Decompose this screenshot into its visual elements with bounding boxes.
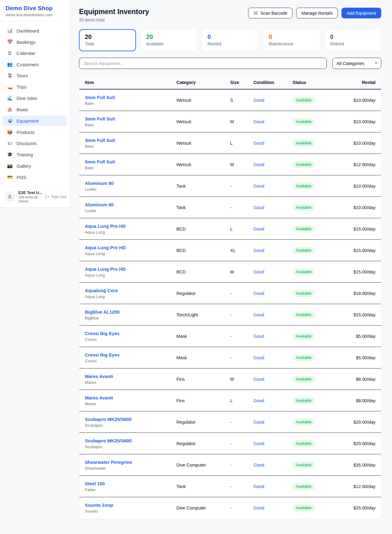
item-condition-link[interactable]: Good <box>253 355 292 360</box>
sidebar-item-products[interactable]: 📦 Products <box>3 127 67 137</box>
stat-card-available[interactable]: 20 Available <box>140 29 197 51</box>
item-name-link[interactable]: Steel 100 <box>85 481 176 486</box>
item-name-link[interactable]: 3mm Full Suit <box>85 138 176 143</box>
item-condition-link[interactable]: Good <box>253 184 292 189</box>
item-size: S <box>230 98 253 103</box>
sidebar-item-training[interactable]: 🎓 Training <box>3 149 67 160</box>
item-name-link[interactable]: Aqua Lung Pro HD <box>85 245 176 250</box>
item-name-link[interactable]: Scubapro MK25/S600 <box>85 438 176 443</box>
item-condition-link[interactable]: Good <box>253 463 292 467</box>
item-rental-price: $12.00/day <box>339 162 375 167</box>
person-icon <box>7 194 13 200</box>
item-condition-link[interactable]: Good <box>253 312 292 317</box>
item-category: Mask <box>176 355 230 360</box>
item-name-link[interactable]: Scubapro MK25/S600 <box>85 417 176 422</box>
item-condition-link[interactable]: Good <box>253 119 292 124</box>
item-name-link[interactable]: 5mm Full Suit <box>85 159 176 164</box>
sidebar-item-label: Tours <box>17 73 28 78</box>
item-rental-price: $15.00/day <box>339 312 375 317</box>
item-condition-link[interactable]: Good <box>253 141 292 146</box>
item-condition-link[interactable]: Good <box>253 398 292 403</box>
item-size: - <box>230 484 253 489</box>
item-condition-link[interactable]: Good <box>253 98 292 103</box>
item-name-link[interactable]: Aluminum 80 <box>85 202 176 207</box>
sidebar-item-gallery[interactable]: 📸 Gallery <box>3 161 67 171</box>
status-badge: Available <box>293 183 315 189</box>
item-condition-link[interactable]: Good <box>253 505 292 510</box>
item-condition-link[interactable]: Good <box>253 484 292 489</box>
item-condition-link[interactable]: Good <box>253 248 292 253</box>
item-name-link[interactable]: Mares Avanti <box>85 374 176 379</box>
table-row: Cressi Big Eyes Cressi Mask - Good Avail… <box>79 347 381 368</box>
item-category: Mask <box>176 334 230 339</box>
item-name-link[interactable]: Aluminum 80 <box>85 181 176 186</box>
sidebar-item-equipment[interactable]: 🤿 Equipment <box>3 116 67 126</box>
manage-rentals-button[interactable]: Manage Rentals <box>296 8 338 18</box>
table-row: 3mm Full Suit Bare Wetsuit M Good Availa… <box>79 111 381 132</box>
scan-barcode-label: Scan Barcode <box>260 11 287 16</box>
item-name-link[interactable]: 3mm Full Suit <box>85 95 176 100</box>
item-brand: Suunto <box>85 509 176 513</box>
sidebar-item-calendar[interactable]: 🗓 Calendar <box>3 48 67 58</box>
sidebar-item-discounts[interactable]: 🏷 Discounts <box>3 138 67 148</box>
item-name-link[interactable]: BigBlue AL1200 <box>85 309 176 315</box>
status-badge: Available <box>293 419 315 425</box>
table-row: Aqualung Core Aqua Lung Regulator - Good… <box>79 283 381 304</box>
item-name-link[interactable]: Aqua Lung Pro HD <box>85 223 176 229</box>
item-category: BCD <box>176 269 230 274</box>
sidebar-item-tours[interactable]: 🏝 Tours <box>3 71 67 81</box>
stat-card-retired[interactable]: 0 Retired <box>324 29 381 51</box>
stat-card-rented[interactable]: 0 Rented <box>202 29 258 51</box>
item-category: Regulator <box>176 291 230 296</box>
sidebar-item-pos[interactable]: 💳 POS <box>3 172 67 182</box>
sidebar-item-label: Gallery <box>17 163 31 169</box>
item-name-link[interactable]: Aqualung Core <box>85 288 176 293</box>
item-size: L <box>230 227 253 231</box>
item-name-link[interactable]: Cressi Big Eyes <box>85 352 176 357</box>
item-rental-price: $10.00/day <box>339 205 375 210</box>
item-name-link[interactable]: Suunto Zoop <box>85 502 176 508</box>
item-category: Regulator <box>176 441 230 446</box>
sailboat-icon: ⛵ <box>7 107 13 112</box>
status-badge: Available <box>293 290 315 297</box>
add-equipment-button[interactable]: Add Equipment <box>341 8 381 18</box>
filter-row: All Categories <box>79 58 381 69</box>
item-name-link[interactable]: Mares Avanti <box>85 395 176 400</box>
stat-card-maintenance[interactable]: 0 Maintenance <box>263 29 320 51</box>
sign-out-button[interactable]: Sign Out <box>45 194 66 199</box>
item-name-link[interactable]: Cressi Big Eyes <box>85 331 176 336</box>
status-badge: Available <box>293 376 315 383</box>
item-brand: Bare <box>85 101 176 106</box>
item-condition-link[interactable]: Good <box>253 377 292 382</box>
table-row: Mares Avanti Mares Fins M Good Available… <box>79 368 381 390</box>
category-select[interactable]: All Categories <box>332 58 381 69</box>
sidebar-item-customers[interactable]: 👥 Customers <box>3 59 67 70</box>
item-name-link[interactable]: Aqua Lung Pro HD <box>85 266 176 272</box>
sidebar-item-label: Training <box>17 152 33 157</box>
sidebar-item-dashboard[interactable]: 📊 Dashboard <box>3 25 67 36</box>
stat-value: 20 <box>146 33 191 40</box>
item-condition-link[interactable]: Good <box>253 162 292 167</box>
sidebar-item-boats[interactable]: ⛵ Boats <box>3 104 67 115</box>
item-condition-link[interactable]: Good <box>253 269 292 274</box>
item-name-link[interactable]: 3mm Full Suit <box>85 116 176 121</box>
item-condition-link[interactable]: Good <box>253 420 292 425</box>
stat-card-total[interactable]: 20 Total <box>79 29 136 51</box>
item-condition-link[interactable]: Good <box>253 334 292 339</box>
stat-label: Available <box>146 41 191 46</box>
item-rental-price: $10.00/day <box>339 119 375 124</box>
item-condition-link[interactable]: Good <box>253 441 292 446</box>
item-condition-link[interactable]: Good <box>253 227 292 231</box>
item-condition-link[interactable]: Good <box>253 205 292 210</box>
sidebar-item-bookings[interactable]: 📅 Bookings <box>3 37 67 47</box>
item-condition-link[interactable]: Good <box>253 291 292 296</box>
stat-label: Rented <box>207 41 253 46</box>
sidebar-item-trips[interactable]: 🚤 Trips <box>3 82 67 92</box>
sidebar-item-dive-sites[interactable]: 🌊 Dive Sites <box>3 93 67 103</box>
item-size: M <box>230 162 253 167</box>
item-size: M <box>230 269 253 274</box>
search-input[interactable] <box>79 58 327 69</box>
scan-barcode-button[interactable]: Scan Barcode <box>248 8 292 18</box>
item-name-link[interactable]: Shearwater Peregrine <box>85 460 176 465</box>
diving-mask-icon: 🤿 <box>7 118 13 124</box>
